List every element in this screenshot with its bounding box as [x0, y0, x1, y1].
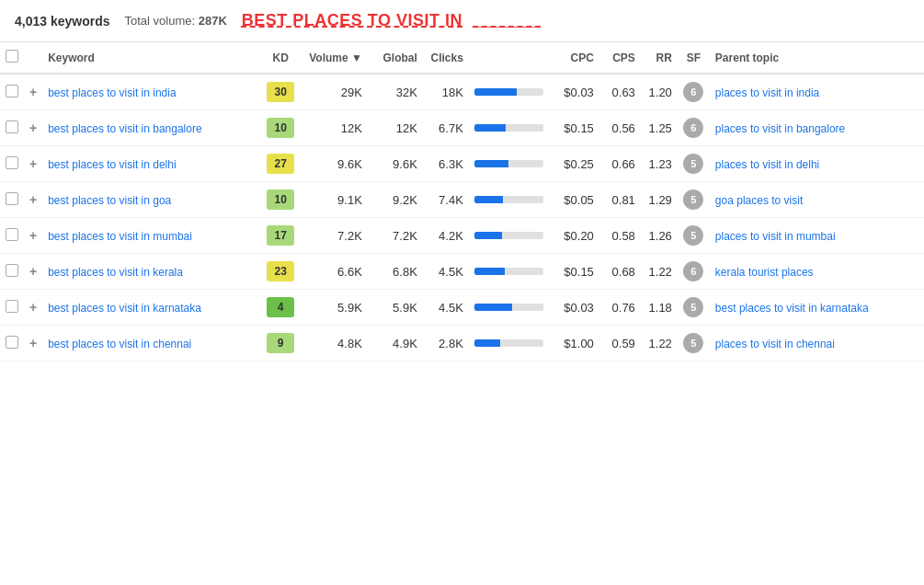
header-parent: Parent topic — [710, 42, 924, 74]
row-kd-cell: 30 — [257, 74, 303, 110]
row-keyword-cell: best places to visit in karnataka — [42, 290, 257, 326]
keyword-link[interactable]: best places to visit in india — [48, 86, 176, 99]
row-parent-cell: places to visit in india — [710, 74, 924, 110]
row-parent-cell: places to visit in chennai — [710, 326, 924, 361]
row-cpc-cell: $0.05 — [549, 182, 599, 218]
row-kd-cell: 17 — [257, 218, 303, 254]
row-plus-cell: + — [24, 146, 42, 182]
clicks-bar — [474, 304, 543, 311]
row-checkbox[interactable] — [6, 120, 18, 133]
row-volume-cell: 5.9K — [303, 290, 368, 326]
table-row: + best places to visit in karnataka 4 5.… — [0, 290, 924, 326]
keyword-link[interactable]: best places to visit in mumbai — [48, 230, 192, 243]
keyword-link[interactable]: best places to visit in goa — [48, 194, 171, 207]
kd-badge: 23 — [267, 261, 294, 281]
row-volume-cell: 9.6K — [303, 146, 368, 182]
row-checkbox[interactable] — [6, 228, 18, 241]
add-keyword-button[interactable]: + — [29, 228, 37, 243]
keyword-link[interactable]: best places to visit in bangalore — [48, 122, 201, 135]
parent-topic-link[interactable]: goa places to visit — [715, 194, 803, 207]
header-clicks: Clicks — [423, 42, 469, 74]
keywords-table: Keyword KD Volume ▼ Global Clicks CPC CP… — [0, 42, 924, 361]
header-rr: RR — [641, 42, 678, 74]
add-keyword-button[interactable]: + — [29, 85, 37, 99]
row-cpc-cell: $0.15 — [549, 110, 599, 146]
row-checkbox-cell — [0, 326, 24, 361]
row-keyword-cell: best places to visit in india — [42, 74, 257, 110]
clicks-bar-fill — [474, 124, 506, 132]
header: 4,013 keywords Total volume: 287K BEST P… — [0, 0, 924, 42]
add-keyword-button[interactable]: + — [29, 336, 37, 350]
add-keyword-button[interactable]: + — [29, 156, 37, 171]
row-cps-cell: 0.68 — [599, 254, 641, 290]
row-global-cell: 7.2K — [368, 218, 423, 254]
sf-badge: 6 — [683, 261, 703, 281]
parent-topic-link[interactable]: places to visit in bangalore — [715, 122, 845, 135]
row-checkbox[interactable] — [6, 264, 18, 277]
row-parent-cell: places to visit in mumbai — [710, 218, 924, 254]
row-bar-cell — [469, 326, 549, 361]
sf-badge: 5 — [683, 297, 703, 317]
add-keyword-button[interactable]: + — [29, 192, 37, 207]
row-keyword-cell: best places to visit in delhi — [42, 146, 257, 182]
row-checkbox-cell — [0, 110, 24, 146]
row-checkbox[interactable] — [6, 192, 18, 205]
row-volume-cell: 29K — [303, 74, 368, 110]
add-keyword-button[interactable]: + — [29, 300, 37, 315]
parent-topic-link[interactable]: kerala tourist places — [715, 266, 814, 279]
keyword-count: 4,013 keywords — [15, 14, 110, 29]
header-kd: KD — [257, 42, 303, 74]
row-cpc-cell: $0.15 — [549, 254, 599, 290]
header-volume[interactable]: Volume ▼ — [303, 42, 368, 74]
clicks-bar — [474, 339, 543, 347]
parent-topic-link[interactable]: places to visit in delhi — [715, 158, 819, 171]
parent-topic-link[interactable]: places to visit in chennai — [715, 338, 835, 350]
row-sf-cell: 5 — [678, 218, 710, 254]
row-keyword-cell: best places to visit in chennai — [42, 326, 257, 361]
clicks-bar — [474, 88, 543, 96]
row-volume-cell: 4.8K — [303, 326, 368, 361]
row-clicks-cell: 6.7K — [423, 110, 469, 146]
row-checkbox[interactable] — [6, 85, 18, 98]
row-cpc-cell: $0.03 — [549, 290, 599, 326]
row-global-cell: 6.8K — [368, 254, 423, 290]
clicks-bar — [474, 196, 543, 203]
keyword-link[interactable]: best places to visit in delhi — [48, 158, 176, 171]
row-volume-cell: 9.1K — [303, 182, 368, 218]
add-keyword-button[interactable]: + — [29, 120, 37, 135]
row-checkbox[interactable] — [6, 336, 18, 349]
row-sf-cell: 6 — [678, 254, 710, 290]
row-bar-cell — [469, 254, 549, 290]
parent-topic-link[interactable]: places to visit in india — [715, 86, 819, 99]
header-cpc: CPC — [549, 42, 599, 74]
row-checkbox[interactable] — [6, 300, 18, 313]
clicks-bar — [474, 268, 543, 275]
row-parent-cell: kerala tourist places — [710, 254, 924, 290]
row-keyword-cell: best places to visit in bangalore — [42, 110, 257, 146]
row-cpc-cell: $0.20 — [549, 218, 599, 254]
row-volume-cell: 12K — [303, 110, 368, 146]
row-sf-cell: 5 — [678, 326, 710, 361]
keyword-link[interactable]: best places to visit in kerala — [48, 266, 183, 279]
row-plus-cell: + — [24, 74, 42, 110]
row-keyword-cell: best places to visit in kerala — [42, 254, 257, 290]
sf-badge: 5 — [683, 225, 703, 246]
keyword-link[interactable]: best places to visit in karnataka — [48, 302, 201, 315]
clicks-bar — [474, 124, 543, 132]
add-keyword-button[interactable]: + — [29, 264, 37, 279]
row-sf-cell: 5 — [678, 290, 710, 326]
parent-topic-link[interactable]: places to visit in mumbai — [715, 230, 836, 243]
parent-topic-link[interactable]: best places to visit in karnataka — [715, 302, 869, 315]
row-checkbox-cell — [0, 74, 24, 110]
row-checkbox-cell — [0, 290, 24, 326]
keyword-link[interactable]: best places to visit in chennai — [48, 338, 191, 350]
clicks-bar-fill — [474, 160, 509, 167]
row-global-cell: 9.2K — [368, 182, 423, 218]
select-all-checkbox[interactable] — [6, 50, 18, 63]
row-plus-cell: + — [24, 254, 42, 290]
row-checkbox[interactable] — [6, 156, 18, 169]
row-global-cell: 9.6K — [368, 146, 423, 182]
row-global-cell: 32K — [368, 74, 423, 110]
sf-badge: 5 — [683, 333, 703, 353]
row-rr-cell: 1.22 — [641, 326, 678, 361]
